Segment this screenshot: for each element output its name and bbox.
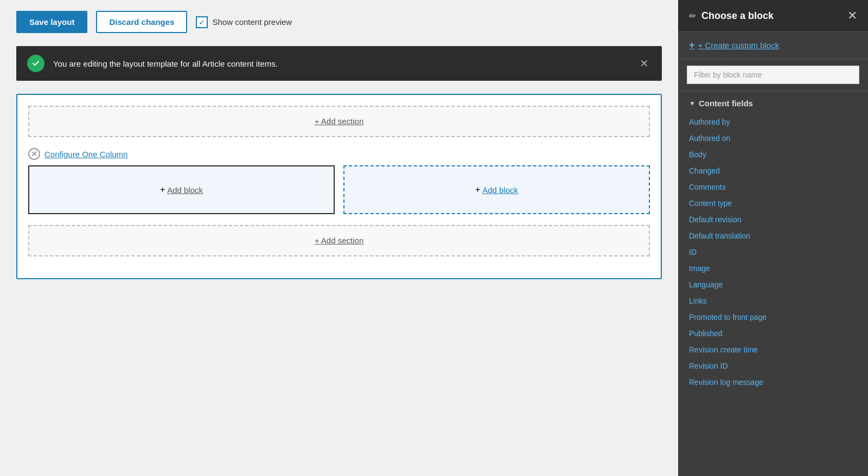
right-column-block[interactable]: + Add block — [343, 165, 650, 214]
add-section-bottom-link[interactable]: + Add section — [315, 236, 363, 245]
create-custom-plus-icon: + — [689, 40, 695, 51]
fields-list: Authored byAuthored onBodyChangedComment… — [689, 114, 857, 390]
create-custom-block-link[interactable]: + + Create custom block — [689, 40, 857, 51]
left-column-block[interactable]: + Add block — [28, 165, 335, 214]
field-item[interactable]: Promoted to front page — [689, 310, 857, 325]
discard-changes-button[interactable]: Discard changes — [96, 11, 187, 33]
field-item[interactable]: Body — [689, 147, 857, 162]
column-section: ✕ Configure One Column + Add block + Add… — [28, 148, 650, 214]
layout-editor: + Add section ✕ Configure One Column + A… — [16, 94, 662, 279]
filter-input[interactable] — [687, 66, 859, 84]
add-block-right-plus: + — [475, 185, 480, 195]
sidebar: ✏ Choose a block ✕ + + Create custom blo… — [678, 0, 868, 476]
field-item[interactable]: Authored by — [689, 114, 857, 130]
sidebar-header: ✏ Choose a block ✕ — [678, 0, 868, 32]
field-item[interactable]: Image — [689, 261, 857, 276]
configure-one-column-link[interactable]: Configure One Column — [44, 150, 127, 159]
columns-row: + Add block + Add block — [28, 165, 650, 214]
field-item[interactable]: Published — [689, 326, 857, 341]
toolbar: Save layout Discard changes ✓ Show conte… — [16, 11, 662, 33]
field-item[interactable]: Authored on — [689, 131, 857, 146]
field-item[interactable]: Default revision — [689, 212, 857, 227]
content-fields-section: ▼ Content fields Authored byAuthored onB… — [678, 91, 868, 394]
field-item[interactable]: ID — [689, 245, 857, 260]
success-icon — [27, 55, 44, 72]
field-item[interactable]: Language — [689, 277, 857, 292]
field-item[interactable]: Content type — [689, 196, 857, 211]
filter-section — [678, 59, 868, 91]
field-item[interactable]: Revision log message — [689, 375, 857, 390]
field-item[interactable]: Revision ID — [689, 358, 857, 374]
field-item[interactable]: Links — [689, 293, 857, 308]
add-section-top[interactable]: + Add section — [28, 106, 650, 137]
field-item[interactable]: Revision create time — [689, 342, 857, 357]
add-block-right-link[interactable]: Add block — [482, 185, 518, 195]
field-item[interactable]: Comments — [689, 179, 857, 195]
sidebar-content: ▼ Content fields Authored byAuthored onB… — [678, 91, 868, 476]
field-item[interactable]: Changed — [689, 163, 857, 178]
content-fields-header[interactable]: ▼ Content fields — [689, 99, 857, 108]
sidebar-title: Choose a block — [701, 10, 774, 22]
create-custom-section: + + Create custom block — [678, 32, 868, 59]
notification-close-button[interactable]: ✕ — [637, 56, 651, 71]
create-custom-label: + Create custom block — [698, 41, 780, 50]
pencil-icon: ✏ — [689, 11, 696, 21]
content-fields-title: Content fields — [699, 99, 753, 108]
column-header: ✕ Configure One Column — [28, 148, 650, 160]
triangle-icon: ▼ — [689, 100, 695, 107]
field-item[interactable]: Default translation — [689, 228, 857, 243]
remove-section-button[interactable]: ✕ — [28, 148, 40, 160]
show-preview-label: Show content preview — [212, 17, 292, 27]
show-preview-toggle[interactable]: ✓ Show content preview — [196, 16, 292, 28]
add-section-top-link[interactable]: + Add section — [315, 117, 363, 126]
add-section-bottom[interactable]: + Add section — [28, 225, 650, 256]
checkbox-icon: ✓ — [196, 16, 208, 28]
save-layout-button[interactable]: Save layout — [16, 11, 87, 33]
sidebar-close-button[interactable]: ✕ — [847, 10, 857, 22]
add-block-left-plus: + — [160, 185, 165, 195]
notification-banner: You are editing the layout template for … — [16, 46, 662, 81]
add-block-left-link[interactable]: Add block — [167, 185, 203, 195]
main-area: Save layout Discard changes ✓ Show conte… — [0, 0, 678, 476]
notification-message: You are editing the layout template for … — [53, 59, 637, 68]
sidebar-title-row: ✏ Choose a block — [689, 10, 774, 22]
